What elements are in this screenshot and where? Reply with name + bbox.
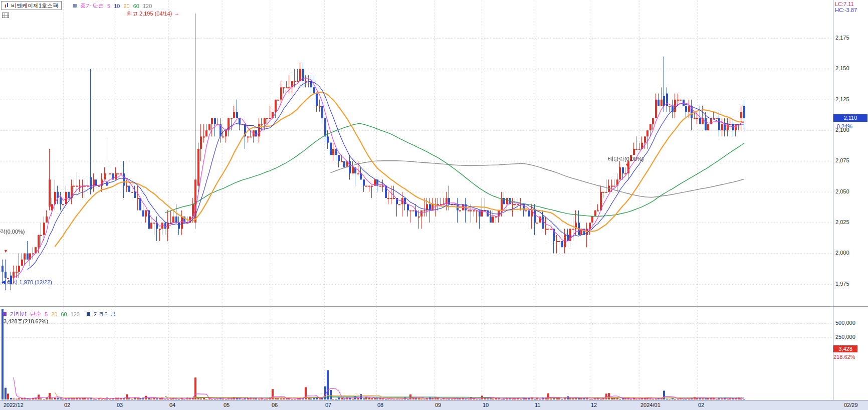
volume-change-label: 218.62% — [833, 354, 855, 360]
high-price-annotation: 최고 2,195 (04/14) → — [127, 10, 180, 18]
price-legend[interactable]: 종가 단순 5102060120 — [73, 2, 155, 10]
date-axis-strip — [0, 400, 868, 410]
date-label: 06 — [272, 402, 278, 408]
stock-chart-window: 비엔케이제1호스팩 종가 단순 5102060120 최고 2,195 (04/… — [0, 0, 868, 410]
volume-legend[interactable]: 거래량 단순 52060120 거래대금 — [3, 310, 116, 318]
price-tick-label: 2,075 — [835, 157, 849, 163]
date-label: 02 — [698, 402, 704, 408]
volume-tick-label: 250,000 — [835, 334, 855, 340]
price-tick-label: 2,175 — [835, 35, 849, 41]
grid-settings-icon[interactable] — [2, 13, 9, 18]
ma-period-label: 120 — [71, 311, 80, 317]
volume-chart-canvas[interactable] — [0, 307, 833, 400]
left-marker-icon: ▼ — [4, 249, 8, 254]
price-legend-periods: 5102060120 — [107, 3, 155, 9]
date-label: 05 — [224, 402, 230, 408]
price-tick-label: 2,125 — [835, 96, 849, 102]
price-tick-label: 2,150 — [835, 65, 849, 71]
date-label: 02 — [64, 402, 70, 408]
stock-title-label: 비엔케이제1호스팩 — [11, 2, 58, 10]
panel-divider — [0, 306, 868, 307]
date-label: 2022/12 — [4, 402, 24, 408]
volume-summary-label: 3,428주(218.62%) — [4, 318, 48, 325]
ma-period-label: 5 — [45, 311, 48, 317]
current-volume-badge: 3,428 — [833, 345, 857, 352]
ma-period-label: 60 — [61, 311, 67, 317]
price-tick-label: 2,050 — [835, 188, 849, 194]
ma-period-label: 10 — [114, 3, 120, 9]
ma-period-label: 20 — [51, 311, 57, 317]
date-label: 09 — [435, 402, 441, 408]
ex-dividend-marker-icon: ▼ — [625, 162, 629, 167]
trade-value-swatch-icon — [87, 312, 90, 316]
hc-value: HC:-3.87 — [835, 7, 857, 13]
ma-period-label: 120 — [143, 3, 152, 9]
date-label: 10 — [483, 402, 489, 408]
volume-legend-label: 거래량 — [10, 310, 27, 318]
volume-tick-label: 500,000 — [835, 320, 855, 326]
volume-legend-periods: 52060120 — [45, 311, 83, 317]
left-clipped-annotation: 락(0.00%) — [0, 228, 25, 236]
price-chart-canvas[interactable] — [0, 0, 833, 306]
low-price-annotation: ◀ 최저 1,970 (12/22) — [2, 279, 52, 286]
lc-value: LC:7.11 — [835, 1, 854, 7]
date-label: 2024/01 — [640, 402, 661, 408]
volume-ma-type-label: 단순 — [30, 310, 41, 318]
date-label: 12 — [591, 402, 597, 408]
date-label: 07 — [325, 402, 331, 408]
price-legend-swatch-icon — [73, 4, 77, 8]
price-tick-label: 2,100 — [835, 127, 849, 133]
date-label: 04 — [169, 402, 175, 408]
arrow-left-icon: ◀ — [2, 279, 6, 286]
date-label: 08 — [377, 402, 383, 408]
candlestick-icon — [5, 3, 9, 8]
price-tick-label: 2,025 — [835, 219, 849, 225]
price-tick-label: 2,000 — [835, 250, 849, 256]
ma-period-label: 20 — [123, 3, 129, 9]
current-price-badge: 2,110 — [833, 114, 867, 122]
low-price-label: 최저 1,970 (12/22) — [7, 279, 52, 286]
final-date-label: 02/29 — [844, 402, 858, 408]
price-tick-label: 1,975 — [835, 281, 849, 287]
arrow-right-icon: → — [174, 10, 180, 18]
date-label: 11 — [535, 402, 540, 408]
trade-value-label: 거래대금 — [94, 310, 116, 318]
high-price-label: 최고 2,195 (04/14) — [127, 10, 172, 18]
volume-legend-swatch-icon — [3, 312, 7, 316]
axis-separator — [833, 0, 833, 400]
ma-period-label: 5 — [107, 3, 110, 9]
ma-period-label: 60 — [133, 3, 139, 9]
price-legend-label: 종가 단순 — [80, 2, 104, 10]
stock-tab[interactable]: 비엔케이제1호스팩 — [1, 1, 62, 10]
ex-dividend-annotation: 배당락(0.00%) — [608, 155, 644, 163]
date-label: 03 — [117, 402, 123, 408]
